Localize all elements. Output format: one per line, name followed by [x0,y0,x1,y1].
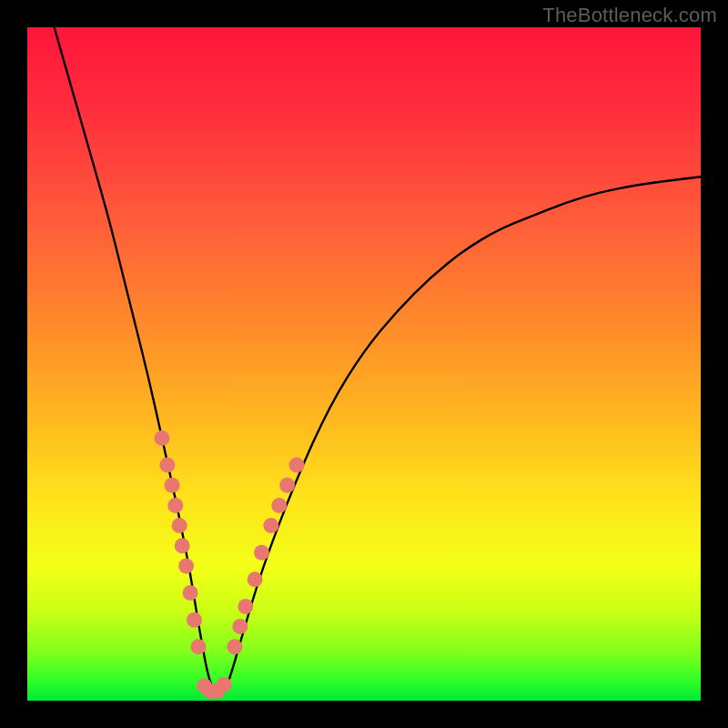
data-point [238,599,253,614]
data-point [217,677,232,693]
chart-frame: TheBottleneck.com [0,0,728,728]
data-point [183,585,198,601]
data-point [289,458,305,473]
data-point [191,639,207,654]
watermark-text: TheBottleneck.com [542,4,717,27]
data-point [271,498,287,513]
data-point [232,619,248,634]
data-point [165,478,180,493]
marker-layer [155,430,305,699]
data-point [279,478,295,493]
data-point [155,430,170,446]
data-point [172,518,187,533]
data-point [159,458,175,473]
data-point [227,639,242,654]
data-point [175,538,190,553]
data-point [167,498,183,513]
bottleneck-curve [55,27,701,694]
data-point [248,571,263,587]
data-point [254,545,269,561]
plot-area [27,27,701,701]
data-point [187,612,202,628]
data-point [263,518,278,533]
curve-layer [27,27,701,701]
data-point [178,559,194,574]
